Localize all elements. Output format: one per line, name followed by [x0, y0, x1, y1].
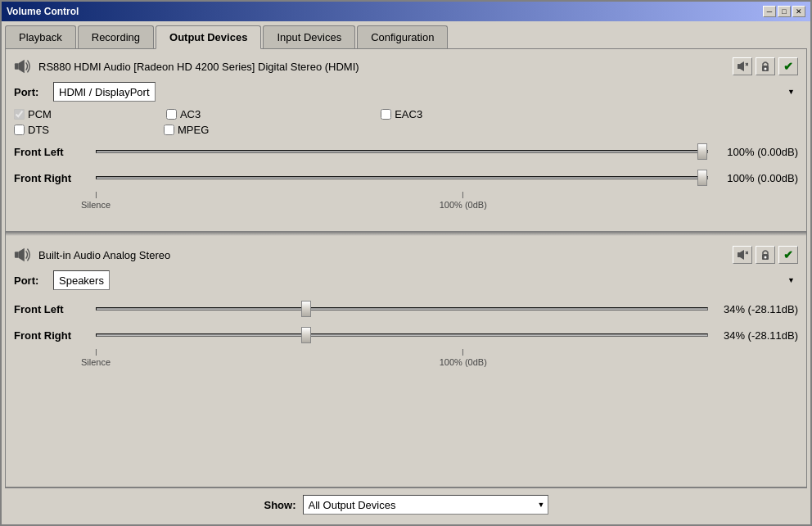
slider-label-fr2: Front Right	[14, 329, 96, 342]
svg-marker-3	[740, 61, 744, 71]
checkbox-ac3: AC3	[166, 108, 201, 120]
checkbox-dts: DTS	[14, 124, 49, 136]
close-button[interactable]: ✕	[792, 6, 805, 17]
main-window: Volume Control ─ □ ✕ Playback Recording …	[0, 0, 812, 526]
slider-fr1[interactable]	[96, 176, 708, 179]
slider-fl2[interactable]	[96, 307, 708, 311]
marker-silence-1: Silence	[81, 192, 111, 210]
svg-point-15	[765, 256, 767, 259]
window-title: Volume Control	[7, 6, 79, 17]
checkbox-eac3-input[interactable]	[381, 109, 391, 120]
port-row-2: Port: Speakers	[14, 270, 798, 290]
checkboxes-row2-dev1: DTS MPEG	[14, 124, 798, 136]
device-controls-1: ✔	[733, 57, 798, 75]
device-section-1: RS880 HDMI Audio [Radeon HD 4200 Series]…	[14, 57, 798, 218]
checkbox-eac3: EAC3	[381, 108, 422, 120]
device-name-1: RS880 HDMI Audio [Radeon HD 4200 Series]…	[14, 60, 359, 73]
slider-label-fl2: Front Left	[14, 303, 96, 315]
slider-container-fl1	[96, 139, 708, 164]
checkboxes-row1-dev1: PCM AC3 EAC3	[14, 108, 798, 120]
marker-100-1: 100% (0dB)	[440, 192, 487, 210]
checkbox-mpeg-label: MPEG	[178, 124, 209, 136]
window-controls: ─ □ ✕	[763, 6, 805, 17]
markers-row-1: Silence 100% (0dB)	[14, 192, 798, 218]
checkbox-ac3-label: AC3	[180, 108, 201, 120]
markers-row-2: Silence 100% (0dB)	[14, 349, 798, 375]
svg-marker-11	[740, 250, 744, 260]
checkbox-ac3-input[interactable]	[166, 109, 177, 120]
slider-value-fl2: 34% (-28.11dB)	[708, 303, 798, 315]
device-label-1: RS880 HDMI Audio [Radeon HD 4200 Series]…	[38, 61, 359, 73]
lock-button-1[interactable]	[756, 57, 775, 75]
marker-100-2: 100% (0dB)	[440, 349, 487, 367]
show-select-wrapper: All Output Devices Hardware Output Devic…	[303, 495, 548, 515]
show-bar: Show: All Output Devices Hardware Output…	[5, 487, 807, 521]
slider-fl1[interactable]	[96, 150, 708, 153]
markers-area-2: Silence 100% (0dB)	[96, 349, 708, 375]
checkbox-dts-input[interactable]	[14, 125, 25, 135]
tab-output-devices[interactable]: Output Devices	[156, 25, 261, 49]
mute-button-1[interactable]	[733, 57, 752, 75]
slider-fr2[interactable]	[96, 333, 708, 337]
svg-rect-2	[738, 64, 740, 69]
slider-container-fr2	[96, 323, 708, 347]
svg-marker-9	[19, 248, 25, 262]
slider-row-fr2: Front Right 34% (-28.11dB)	[14, 323, 798, 347]
svg-rect-0	[15, 63, 19, 69]
checkbox-mpeg-input[interactable]	[164, 125, 174, 135]
device-label-2: Built-in Audio Analog Stereo	[38, 249, 170, 261]
slider-container-fr1	[96, 166, 708, 190]
slider-label-fl1: Front Left	[14, 146, 96, 158]
device-header-2: Built-in Audio Analog Stereo	[14, 246, 798, 264]
port-label-2: Port:	[14, 274, 47, 287]
slider-value-fr2: 34% (-28.11dB)	[708, 329, 798, 342]
tab-input-devices[interactable]: Input Devices	[263, 25, 355, 49]
window-body: Playback Recording Output Devices Input …	[2, 21, 810, 524]
device-header-1: RS880 HDMI Audio [Radeon HD 4200 Series]…	[14, 57, 798, 75]
device-controls-2: ✔	[733, 246, 798, 264]
port-label-1: Port:	[14, 86, 47, 98]
default-button-1[interactable]: ✔	[778, 57, 798, 75]
device-section-2: Built-in Audio Analog Stereo	[14, 246, 798, 375]
device-icon-1	[14, 60, 32, 73]
checkbox-dts-label: DTS	[28, 124, 49, 136]
markers-area-1: Silence 100% (0dB)	[96, 192, 708, 218]
tab-bar: Playback Recording Output Devices Input …	[5, 25, 807, 48]
port-select-wrapper-1: HDMI / DisplayPort	[53, 82, 798, 102]
title-bar: Volume Control ─ □ ✕	[2, 2, 810, 21]
divider	[6, 231, 806, 236]
show-select[interactable]: All Output Devices Hardware Output Devic…	[303, 495, 548, 515]
tab-playback[interactable]: Playback	[5, 25, 76, 49]
svg-rect-8	[15, 252, 19, 257]
checkbox-pcm-input[interactable]	[14, 109, 25, 120]
svg-point-7	[765, 68, 767, 70]
tab-configuration[interactable]: Configuration	[357, 25, 448, 49]
slider-row-fr1: Front Right 100% (0.00dB)	[14, 166, 798, 190]
device-name-2: Built-in Audio Analog Stereo	[14, 248, 170, 261]
default-button-2[interactable]: ✔	[778, 246, 798, 264]
slider-container-fl2	[96, 297, 708, 321]
mute-button-2[interactable]	[733, 246, 752, 264]
port-row-1: Port: HDMI / DisplayPort	[14, 82, 798, 102]
checkbox-pcm: PCM	[14, 108, 52, 120]
port-select-1[interactable]: HDMI / DisplayPort	[53, 82, 156, 102]
slider-row-fl1: Front Left 100% (0.00dB)	[14, 139, 798, 164]
slider-label-fr1: Front Right	[14, 172, 96, 184]
port-select-wrapper-2: Speakers	[53, 270, 798, 290]
tab-recording[interactable]: Recording	[78, 25, 154, 49]
slider-row-fl2: Front Left 34% (-28.11dB)	[14, 297, 798, 321]
show-label: Show:	[264, 499, 296, 511]
slider-value-fl1: 100% (0.00dB)	[708, 146, 798, 158]
checkbox-mpeg: MPEG	[164, 124, 209, 136]
svg-rect-10	[738, 252, 740, 257]
minimize-button[interactable]: ─	[763, 6, 776, 17]
port-select-2[interactable]: Speakers	[53, 270, 110, 290]
marker-silence-2: Silence	[81, 349, 111, 367]
maximize-button[interactable]: □	[778, 6, 791, 17]
svg-marker-1	[19, 60, 25, 74]
device-icon-2	[14, 248, 32, 261]
lock-button-2[interactable]	[756, 246, 775, 264]
slider-value-fr1: 100% (0.00dB)	[708, 172, 798, 184]
checkbox-pcm-label: PCM	[28, 108, 52, 120]
checkbox-eac3-label: EAC3	[395, 108, 422, 120]
